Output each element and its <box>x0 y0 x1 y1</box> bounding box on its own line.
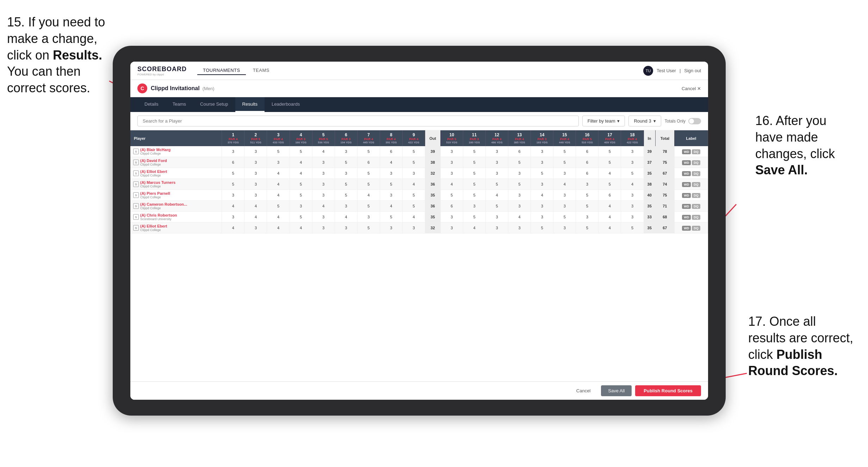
score-in-hole-16[interactable]: 5 <box>576 201 599 212</box>
score-out-hole-3[interactable]: 5 <box>267 201 290 212</box>
score-in-hole-14[interactable]: 3 <box>531 201 553 212</box>
dq-button[interactable]: DQ <box>692 182 700 187</box>
score-in-hole-11[interactable]: 4 <box>463 223 485 234</box>
tab-teams[interactable]: Teams <box>166 97 193 112</box>
score-out-hole-9[interactable]: 3 <box>402 223 425 234</box>
score-in-hole-17[interactable]: 5 <box>599 179 621 190</box>
score-in-hole-18[interactable]: 4 <box>621 179 644 190</box>
score-out-hole-1[interactable]: 5 <box>222 179 244 190</box>
score-in-hole-16[interactable]: 6 <box>576 168 599 179</box>
score-out-hole-6[interactable]: 5 <box>335 157 357 168</box>
cancel-button[interactable]: Cancel <box>569 385 597 396</box>
score-out-hole-7[interactable]: 5 <box>357 146 380 157</box>
score-in-hole-15[interactable]: 3 <box>553 201 576 212</box>
score-out-hole-9[interactable]: 5 <box>402 146 425 157</box>
score-in-hole-15[interactable]: 5 <box>553 212 576 223</box>
player-name[interactable]: (A) Elliot Ebert <box>140 224 167 228</box>
score-out-hole-6[interactable]: 3 <box>335 201 357 212</box>
score-out-hole-4[interactable]: 3 <box>290 201 312 212</box>
score-in-hole-11[interactable]: 3 <box>463 201 485 212</box>
score-out-hole-1[interactable]: 3 <box>222 190 244 201</box>
score-out-hole-7[interactable]: 5 <box>357 201 380 212</box>
score-in-hole-17[interactable]: 5 <box>599 157 621 168</box>
score-out-hole-2[interactable]: 4 <box>244 201 267 212</box>
score-out-hole-4[interactable]: 5 <box>290 212 312 223</box>
score-out-hole-4[interactable]: 5 <box>290 146 312 157</box>
dq-button[interactable]: DQ <box>692 171 700 176</box>
dq-button[interactable]: DQ <box>692 204 700 209</box>
score-in-hole-12[interactable]: 4 <box>486 190 508 201</box>
score-out-hole-2[interactable]: 3 <box>244 157 267 168</box>
wd-button[interactable]: WD <box>682 226 691 231</box>
score-out-hole-6[interactable]: 3 <box>335 146 357 157</box>
score-in-hole-17[interactable]: 6 <box>599 190 621 201</box>
score-out-hole-5[interactable]: 3 <box>312 179 335 190</box>
score-out-hole-9[interactable]: 4 <box>402 212 425 223</box>
score-out-hole-2[interactable]: 3 <box>244 179 267 190</box>
score-in-hole-11[interactable]: 5 <box>463 190 485 201</box>
score-in-hole-14[interactable]: 3 <box>531 146 553 157</box>
score-in-hole-18[interactable]: 3 <box>621 190 644 201</box>
score-in-hole-12[interactable]: 3 <box>486 223 508 234</box>
score-in-hole-15[interactable]: 5 <box>553 157 576 168</box>
score-out-hole-7[interactable]: 4 <box>357 190 380 201</box>
score-out-hole-4[interactable]: 5 <box>290 190 312 201</box>
score-in-hole-14[interactable]: 5 <box>531 223 553 234</box>
score-out-hole-9[interactable]: 5 <box>402 201 425 212</box>
score-out-hole-7[interactable]: 5 <box>357 168 380 179</box>
score-in-hole-10[interactable]: 4 <box>440 179 463 190</box>
score-in-hole-13[interactable]: 3 <box>508 190 531 201</box>
score-out-hole-2[interactable]: 3 <box>244 190 267 201</box>
score-out-hole-1[interactable]: 5 <box>222 168 244 179</box>
score-out-hole-6[interactable]: 5 <box>335 179 357 190</box>
dq-button[interactable]: DQ <box>692 160 700 165</box>
score-in-hole-17[interactable]: 4 <box>599 201 621 212</box>
score-out-hole-6[interactable]: 3 <box>335 223 357 234</box>
score-in-hole-16[interactable]: 5 <box>576 190 599 201</box>
score-out-hole-3[interactable]: 4 <box>267 190 290 201</box>
score-out-hole-3[interactable]: 4 <box>267 179 290 190</box>
score-out-hole-5[interactable]: 3 <box>312 190 335 201</box>
score-in-hole-12[interactable]: 3 <box>486 157 508 168</box>
score-out-hole-4[interactable]: 4 <box>290 168 312 179</box>
score-in-hole-14[interactable]: 3 <box>531 212 553 223</box>
publish-round-scores-button[interactable]: Publish Round Scores <box>635 385 701 396</box>
score-in-hole-18[interactable]: 5 <box>621 168 644 179</box>
score-in-hole-12[interactable]: 3 <box>486 212 508 223</box>
score-in-hole-17[interactable]: 4 <box>599 168 621 179</box>
score-in-hole-11[interactable]: 5 <box>463 157 485 168</box>
score-in-hole-12[interactable]: 5 <box>486 201 508 212</box>
score-in-hole-15[interactable]: 4 <box>553 179 576 190</box>
score-in-hole-15[interactable]: 3 <box>553 168 576 179</box>
score-out-hole-5[interactable]: 3 <box>312 157 335 168</box>
score-in-hole-10[interactable]: 3 <box>440 168 463 179</box>
score-in-hole-17[interactable]: 5 <box>599 146 621 157</box>
score-out-hole-5[interactable]: 3 <box>312 223 335 234</box>
score-out-hole-3[interactable]: 4 <box>267 223 290 234</box>
score-in-hole-12[interactable]: 3 <box>486 146 508 157</box>
score-in-hole-13[interactable]: 3 <box>508 201 531 212</box>
score-in-hole-16[interactable]: 3 <box>576 179 599 190</box>
tab-results[interactable]: Results <box>235 97 265 112</box>
score-in-hole-10[interactable]: 3 <box>440 212 463 223</box>
score-out-hole-1[interactable]: 3 <box>222 212 244 223</box>
score-in-hole-13[interactable]: 4 <box>508 212 531 223</box>
score-out-hole-5[interactable]: 3 <box>312 168 335 179</box>
score-out-hole-5[interactable]: 3 <box>312 212 335 223</box>
cancel-tournament-btn[interactable]: Cancel ✕ <box>682 86 701 91</box>
player-name[interactable]: (A) Chris Robertson <box>140 213 177 217</box>
score-out-hole-2[interactable]: 3 <box>244 168 267 179</box>
round-dropdown[interactable]: Round 3 ▾ <box>628 116 661 126</box>
score-in-hole-18[interactable]: 3 <box>621 201 644 212</box>
score-out-hole-8[interactable]: 3 <box>380 190 402 201</box>
tab-leaderboards[interactable]: Leaderboards <box>265 97 307 112</box>
score-out-hole-7[interactable]: 5 <box>357 179 380 190</box>
score-in-hole-13[interactable]: 5 <box>508 179 531 190</box>
wd-button[interactable]: WD <box>682 215 691 220</box>
score-in-hole-14[interactable]: 3 <box>531 179 553 190</box>
score-in-hole-13[interactable]: 3 <box>508 223 531 234</box>
score-in-hole-11[interactable]: 5 <box>463 212 485 223</box>
search-input[interactable] <box>137 116 579 126</box>
dq-button[interactable]: DQ <box>692 226 700 231</box>
score-out-hole-7[interactable]: 5 <box>357 223 380 234</box>
